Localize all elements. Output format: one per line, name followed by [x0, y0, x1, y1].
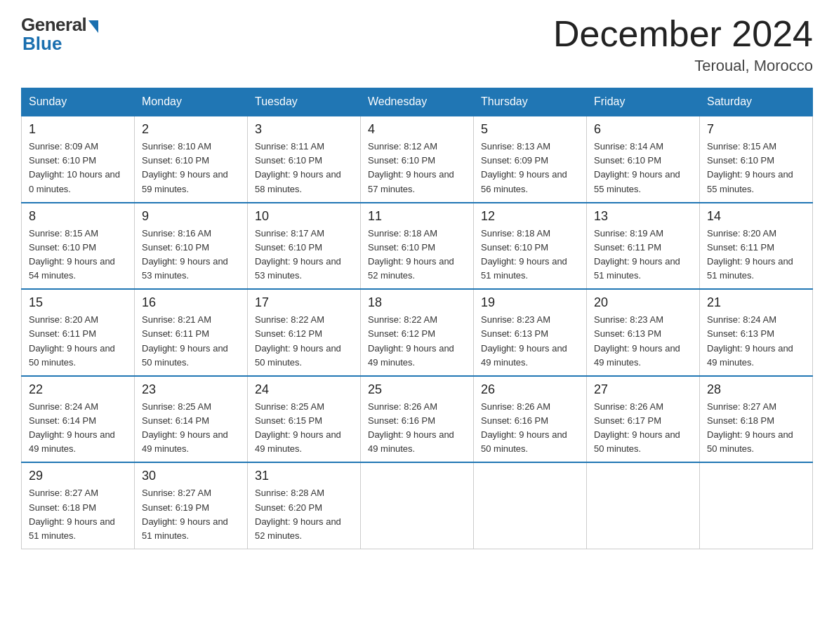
day-info: Sunrise: 8:15 AMSunset: 6:10 PMDaylight:…: [29, 228, 115, 281]
day-info: Sunrise: 8:24 AMSunset: 6:14 PMDaylight:…: [29, 401, 115, 454]
day-number: 5: [481, 122, 579, 137]
week-row-4: 22 Sunrise: 8:24 AMSunset: 6:14 PMDaylig…: [22, 376, 813, 463]
day-info: Sunrise: 8:27 AMSunset: 6:18 PMDaylight:…: [29, 488, 115, 540]
table-row: [700, 462, 813, 549]
day-number: 22: [29, 382, 127, 397]
day-info: Sunrise: 8:20 AMSunset: 6:11 PMDaylight:…: [29, 314, 115, 367]
logo-arrow-icon: [88, 20, 98, 33]
day-info: Sunrise: 8:22 AMSunset: 6:12 PMDaylight:…: [255, 314, 341, 367]
week-row-3: 15 Sunrise: 8:20 AMSunset: 6:11 PMDaylig…: [22, 289, 813, 376]
table-row: 9 Sunrise: 8:16 AMSunset: 6:10 PMDayligh…: [135, 203, 248, 290]
day-info: Sunrise: 8:13 AMSunset: 6:09 PMDaylight:…: [481, 141, 567, 194]
page-header: General Blue December 2024 Teroual, Moro…: [21, 14, 813, 75]
calendar-table: Sunday Monday Tuesday Wednesday Thursday…: [21, 88, 813, 549]
logo-blue-text: Blue: [22, 33, 62, 55]
day-info: Sunrise: 8:18 AMSunset: 6:10 PMDaylight:…: [368, 228, 454, 281]
week-row-2: 8 Sunrise: 8:15 AMSunset: 6:10 PMDayligh…: [22, 203, 813, 290]
day-number: 9: [142, 209, 240, 224]
day-info: Sunrise: 8:22 AMSunset: 6:12 PMDaylight:…: [368, 314, 454, 367]
day-number: 11: [368, 209, 466, 224]
title-block: December 2024 Teroual, Morocco: [553, 14, 813, 75]
day-number: 30: [142, 469, 240, 483]
table-row: 28 Sunrise: 8:27 AMSunset: 6:18 PMDaylig…: [700, 376, 813, 463]
day-info: Sunrise: 8:25 AMSunset: 6:15 PMDaylight:…: [255, 401, 341, 454]
header-monday: Monday: [135, 88, 248, 116]
day-info: Sunrise: 8:18 AMSunset: 6:10 PMDaylight:…: [481, 228, 567, 281]
day-number: 1: [29, 122, 127, 137]
day-info: Sunrise: 8:15 AMSunset: 6:10 PMDaylight:…: [707, 141, 793, 194]
table-row: 25 Sunrise: 8:26 AMSunset: 6:16 PMDaylig…: [361, 376, 474, 463]
header-wednesday: Wednesday: [361, 88, 474, 116]
day-number: 27: [594, 382, 692, 397]
logo: General Blue: [21, 14, 98, 55]
table-row: [474, 462, 587, 549]
table-row: 5 Sunrise: 8:13 AMSunset: 6:09 PMDayligh…: [474, 116, 587, 203]
day-number: 2: [142, 122, 240, 137]
day-number: 4: [368, 122, 466, 137]
table-row: 30 Sunrise: 8:27 AMSunset: 6:19 PMDaylig…: [135, 462, 248, 549]
table-row: 14 Sunrise: 8:20 AMSunset: 6:11 PMDaylig…: [700, 203, 813, 290]
table-row: 6 Sunrise: 8:14 AMSunset: 6:10 PMDayligh…: [587, 116, 700, 203]
month-title: December 2024: [553, 14, 813, 54]
table-row: 1 Sunrise: 8:09 AMSunset: 6:10 PMDayligh…: [22, 116, 135, 203]
day-number: 24: [255, 382, 353, 397]
table-row: 22 Sunrise: 8:24 AMSunset: 6:14 PMDaylig…: [22, 376, 135, 463]
table-row: [587, 462, 700, 549]
day-number: 14: [707, 209, 805, 224]
day-info: Sunrise: 8:27 AMSunset: 6:18 PMDaylight:…: [707, 401, 793, 454]
table-row: 16 Sunrise: 8:21 AMSunset: 6:11 PMDaylig…: [135, 289, 248, 376]
location-subtitle: Teroual, Morocco: [553, 57, 813, 75]
day-number: 29: [29, 469, 127, 483]
day-info: Sunrise: 8:23 AMSunset: 6:13 PMDaylight:…: [594, 314, 680, 367]
table-row: 15 Sunrise: 8:20 AMSunset: 6:11 PMDaylig…: [22, 289, 135, 376]
day-number: 10: [255, 209, 353, 224]
table-row: 17 Sunrise: 8:22 AMSunset: 6:12 PMDaylig…: [248, 289, 361, 376]
day-number: 13: [594, 209, 692, 224]
table-row: 12 Sunrise: 8:18 AMSunset: 6:10 PMDaylig…: [474, 203, 587, 290]
day-number: 7: [707, 122, 805, 137]
day-info: Sunrise: 8:12 AMSunset: 6:10 PMDaylight:…: [368, 141, 454, 194]
table-row: 27 Sunrise: 8:26 AMSunset: 6:17 PMDaylig…: [587, 376, 700, 463]
table-row: [361, 462, 474, 549]
day-number: 6: [594, 122, 692, 137]
table-row: 8 Sunrise: 8:15 AMSunset: 6:10 PMDayligh…: [22, 203, 135, 290]
table-row: 13 Sunrise: 8:19 AMSunset: 6:11 PMDaylig…: [587, 203, 700, 290]
day-info: Sunrise: 8:19 AMSunset: 6:11 PMDaylight:…: [594, 228, 680, 281]
day-number: 3: [255, 122, 353, 137]
day-info: Sunrise: 8:23 AMSunset: 6:13 PMDaylight:…: [481, 314, 567, 367]
header-thursday: Thursday: [474, 88, 587, 116]
header-sunday: Sunday: [22, 88, 135, 116]
day-info: Sunrise: 8:17 AMSunset: 6:10 PMDaylight:…: [255, 228, 341, 281]
weekday-header-row: Sunday Monday Tuesday Wednesday Thursday…: [22, 88, 813, 116]
day-info: Sunrise: 8:27 AMSunset: 6:19 PMDaylight:…: [142, 488, 228, 540]
day-number: 28: [707, 382, 805, 397]
day-number: 15: [29, 295, 127, 310]
day-number: 23: [142, 382, 240, 397]
day-number: 8: [29, 209, 127, 224]
header-tuesday: Tuesday: [248, 88, 361, 116]
day-info: Sunrise: 8:20 AMSunset: 6:11 PMDaylight:…: [707, 228, 793, 281]
day-info: Sunrise: 8:24 AMSunset: 6:13 PMDaylight:…: [707, 314, 793, 367]
week-row-5: 29 Sunrise: 8:27 AMSunset: 6:18 PMDaylig…: [22, 462, 813, 549]
table-row: 19 Sunrise: 8:23 AMSunset: 6:13 PMDaylig…: [474, 289, 587, 376]
day-number: 17: [255, 295, 353, 310]
table-row: 26 Sunrise: 8:26 AMSunset: 6:16 PMDaylig…: [474, 376, 587, 463]
day-info: Sunrise: 8:14 AMSunset: 6:10 PMDaylight:…: [594, 141, 680, 194]
table-row: 18 Sunrise: 8:22 AMSunset: 6:12 PMDaylig…: [361, 289, 474, 376]
table-row: 23 Sunrise: 8:25 AMSunset: 6:14 PMDaylig…: [135, 376, 248, 463]
table-row: 4 Sunrise: 8:12 AMSunset: 6:10 PMDayligh…: [361, 116, 474, 203]
day-info: Sunrise: 8:10 AMSunset: 6:10 PMDaylight:…: [142, 141, 228, 194]
table-row: 29 Sunrise: 8:27 AMSunset: 6:18 PMDaylig…: [22, 462, 135, 549]
table-row: 31 Sunrise: 8:28 AMSunset: 6:20 PMDaylig…: [248, 462, 361, 549]
day-info: Sunrise: 8:21 AMSunset: 6:11 PMDaylight:…: [142, 314, 228, 367]
day-info: Sunrise: 8:09 AMSunset: 6:10 PMDaylight:…: [29, 141, 120, 194]
table-row: 7 Sunrise: 8:15 AMSunset: 6:10 PMDayligh…: [700, 116, 813, 203]
table-row: 3 Sunrise: 8:11 AMSunset: 6:10 PMDayligh…: [248, 116, 361, 203]
table-row: 24 Sunrise: 8:25 AMSunset: 6:15 PMDaylig…: [248, 376, 361, 463]
table-row: 2 Sunrise: 8:10 AMSunset: 6:10 PMDayligh…: [135, 116, 248, 203]
day-number: 19: [481, 295, 579, 310]
table-row: 10 Sunrise: 8:17 AMSunset: 6:10 PMDaylig…: [248, 203, 361, 290]
day-number: 16: [142, 295, 240, 310]
header-saturday: Saturday: [700, 88, 813, 116]
day-info: Sunrise: 8:26 AMSunset: 6:16 PMDaylight:…: [368, 401, 454, 454]
